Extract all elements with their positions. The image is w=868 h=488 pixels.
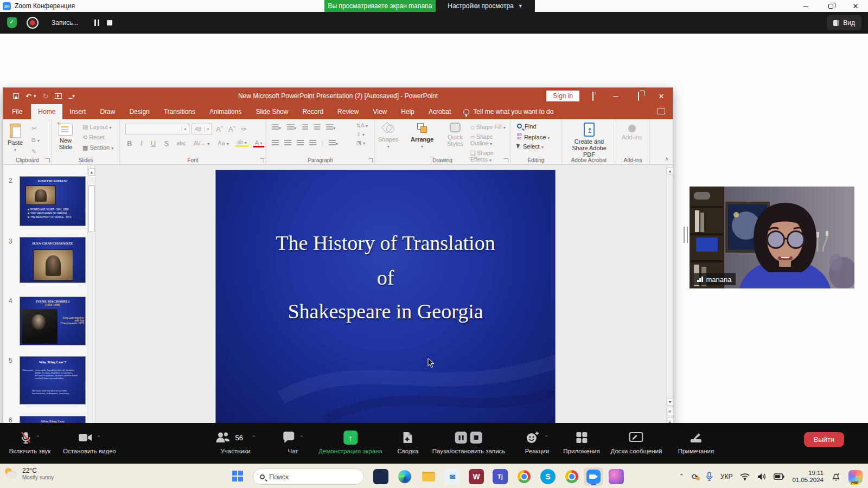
chat-chevron-icon[interactable]: ⌃ (299, 435, 304, 440)
summary-button[interactable]: Сводка (398, 431, 419, 454)
close-button[interactable]: ✕ (843, 0, 868, 12)
line-spacing-button[interactable]: ▾ (326, 124, 335, 131)
strikethrough-button[interactable]: abc (175, 140, 187, 146)
unmute-button[interactable]: ⌃ Включить звук (9, 431, 51, 454)
participants-chevron-icon[interactable]: ⌃ (252, 435, 256, 440)
apps-button[interactable]: Приложения (563, 431, 599, 454)
previous-slide-icon[interactable]: ⇈ (667, 408, 673, 415)
customize-qat-icon[interactable]: ▁▾ (68, 93, 74, 99)
slide-thumbnail-3[interactable]: ILYA CHAVCHAVADZE (20, 237, 86, 283)
browser-icon[interactable] (516, 469, 532, 484)
editor-scrollbar[interactable]: ▲ ▼ ⇈ ⇊ (666, 165, 673, 435)
slide-thumbnail-4[interactable]: IVANE MACHABELI (1854-1898) King Lear to… (20, 297, 86, 345)
shape-outline-button[interactable]: ▱ Shape Outline ▾ (470, 133, 510, 146)
pause-stop-record-button[interactable]: Пауза/остановить запись (432, 431, 506, 454)
tab-slideshow[interactable]: Slide Show (248, 104, 295, 119)
grow-font-button[interactable]: Aˆ (214, 125, 225, 133)
numbering-button[interactable]: ▾ (287, 124, 296, 131)
undo-chevron-icon[interactable]: ▾ (34, 93, 36, 99)
select-button[interactable]: Select ▾ (517, 143, 550, 150)
teams-icon[interactable]: Tj (493, 469, 508, 484)
start-slideshow-icon[interactable] (55, 93, 62, 99)
notification-bell-icon[interactable]: z (831, 472, 841, 481)
pause-recording-button[interactable] (94, 20, 99, 26)
shadow-button[interactable]: S (162, 139, 170, 147)
weather-widget[interactable]: 22°C Mostly sunny (4, 467, 54, 480)
find-button[interactable]: Find (517, 123, 550, 130)
thumb-scroll-up-icon[interactable]: ▲ (88, 168, 95, 176)
tray-mic-icon[interactable] (706, 472, 713, 481)
quick-styles-button[interactable]: Quick Styles (443, 123, 467, 147)
clipboard-dialog-launcher-icon[interactable] (46, 158, 50, 163)
ppt-restore-button[interactable] (627, 92, 650, 100)
sign-in-button[interactable]: Sign in (546, 91, 579, 101)
tab-insert[interactable]: Insert (62, 104, 93, 119)
zoom-app-icon[interactable] (584, 467, 603, 486)
app-icon-dark[interactable] (373, 469, 388, 484)
slide-thumbnail-2[interactable]: DIMITRI KIPIANI ROMEO AND JULIET - 1841,… (20, 176, 86, 226)
tab-help[interactable]: Help (394, 104, 422, 119)
decrease-indent-button[interactable] (302, 124, 308, 131)
save-icon[interactable] (13, 93, 19, 99)
pause-record-icon[interactable] (455, 432, 467, 444)
language-indicator[interactable]: УКР (720, 473, 733, 480)
tab-transitions[interactable]: Transitions (157, 104, 202, 119)
align-text-button[interactable]: ⇳ ▾ (356, 131, 368, 137)
thumbnail-scrollbar[interactable]: ▲ ▼ (87, 165, 95, 435)
view-settings-button[interactable]: Настройки просмотра ▼ (436, 0, 535, 12)
tell-me-box[interactable]: Tell me what you want to do (458, 104, 559, 119)
section-button[interactable]: ▦ Section ▾ (82, 144, 113, 151)
stop-recording-button[interactable] (107, 20, 112, 25)
tab-record[interactable]: Record (295, 104, 330, 119)
annotations-button[interactable]: Примечания (678, 431, 714, 454)
bold-button[interactable]: B (125, 139, 133, 147)
clear-formatting-button[interactable]: ✑ (239, 125, 248, 133)
smartart-button[interactable]: ⬔ ▾ (356, 140, 368, 146)
highlight-button[interactable]: ab ▾ (235, 139, 248, 147)
webcam-video[interactable]: manana (690, 187, 854, 288)
reset-button[interactable]: ⟲ Reset (82, 134, 113, 141)
italic-button[interactable]: I (138, 139, 144, 147)
reactions-button[interactable]: ⌃ Реакции (525, 431, 549, 454)
text-direction-button[interactable]: ⇅A ▾ (356, 123, 368, 129)
bullets-button[interactable]: ▾ (272, 124, 281, 131)
word-app-icon[interactable]: W (469, 469, 484, 484)
align-center-button[interactable] (284, 140, 291, 146)
tab-animations[interactable]: Animations (202, 104, 248, 119)
character-spacing-button[interactable]: AV↔ ▾ (192, 140, 211, 146)
clock-widget[interactable]: 19:11 01.05.2024 (792, 470, 824, 484)
tab-review[interactable]: Review (330, 104, 366, 119)
font-dialog-launcher-icon[interactable] (260, 158, 264, 163)
drawing-dialog-launcher-icon[interactable] (504, 158, 508, 163)
format-painter-button[interactable]: ✎ (31, 148, 40, 155)
paragraph-dialog-launcher-icon[interactable] (368, 158, 373, 163)
shape-fill-button[interactable]: ◇ Shape Fill ▾ (470, 124, 510, 130)
taskbar-search[interactable]: Поиск (253, 468, 364, 485)
copilot-icon[interactable] (848, 470, 863, 483)
justify-button[interactable] (309, 140, 316, 146)
tab-home[interactable]: Home (31, 104, 62, 119)
tab-draw[interactable]: Draw (93, 104, 122, 119)
ribbon-display-options-button[interactable] (582, 92, 604, 100)
change-case-button[interactable]: Aa ▾ (216, 140, 231, 146)
undo-icon[interactable]: ↶ (25, 92, 31, 100)
video-options-chevron-icon[interactable]: ⌃ (97, 435, 101, 440)
slide-thumbnail-5[interactable]: Why 'King Lear'? Gloucester Love cools, … (20, 356, 86, 404)
stop-record-icon[interactable] (470, 432, 482, 444)
photos-icon[interactable] (609, 469, 624, 484)
tray-chevron-icon[interactable]: ⌃ (679, 473, 684, 480)
restore-button[interactable] (818, 0, 843, 12)
stop-video-button[interactable]: ⌃ Остановить видео (63, 431, 116, 454)
edge-icon[interactable] (397, 469, 412, 484)
collapse-ribbon-icon[interactable]: ˄ (665, 156, 668, 162)
new-slide-button[interactable]: New Slide (55, 124, 76, 150)
sync-icon[interactable]: ⟳ (692, 472, 698, 481)
skype-icon[interactable]: S (540, 469, 556, 484)
view-button[interactable]: Вид (827, 15, 861, 30)
increase-indent-button[interactable] (314, 124, 320, 131)
comments-panel-icon[interactable] (657, 108, 665, 114)
tab-acrobat[interactable]: Acrobat (422, 104, 458, 119)
underline-button[interactable]: U (149, 139, 157, 147)
webcam-drag-handle[interactable] (684, 227, 688, 243)
thumb-scroll-thumb[interactable] (88, 185, 95, 232)
